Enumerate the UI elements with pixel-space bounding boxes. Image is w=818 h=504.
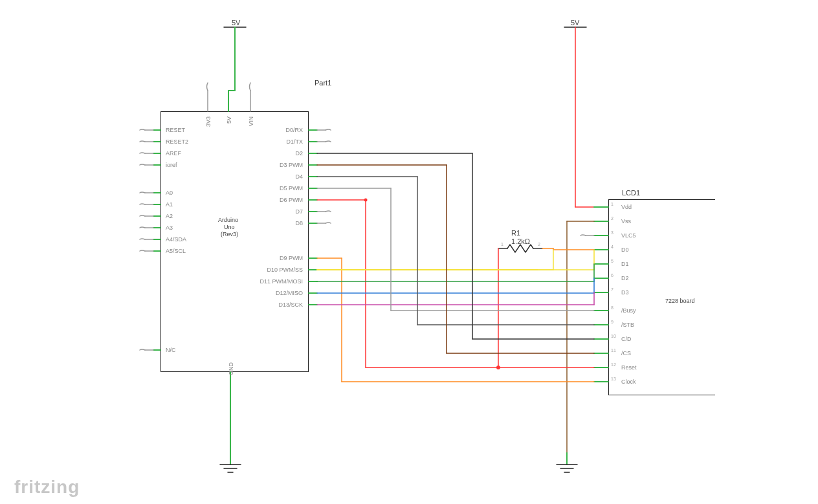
power-5v-right: 5V [571, 19, 579, 27]
lcd-pin-5-n: 5 [611, 259, 614, 263]
lcd-pin-1: Vdd [621, 204, 632, 210]
lcd-name: 7228 board [665, 298, 695, 304]
pin-a4: A4/SDA [166, 236, 186, 243]
pin-vin: VIN [248, 116, 254, 126]
lcd-pin-10: C/D [621, 336, 632, 342]
lcd-pin-3: VLC5 [621, 232, 636, 239]
pin-reset: RESET [166, 127, 185, 133]
pin-ioref: ioref [166, 162, 177, 168]
pin-d8: D8 [295, 220, 303, 226]
pin-d9: D9 PWM [280, 255, 303, 261]
lcd-pin-10-n: 10 [611, 334, 616, 338]
lcd-pin-4-n: 4 [611, 245, 614, 249]
resistor-pin-2: 2 [538, 242, 540, 247]
resistor-pin-1: 1 [501, 242, 503, 247]
svg-point-85 [496, 366, 500, 369]
resistor-value: 1.2kΩ [511, 237, 530, 245]
lcd-pin-4: D0 [621, 247, 629, 253]
pin-nc: N/C [166, 347, 176, 353]
pin-d10: D10 PWM/SS [267, 267, 303, 273]
lcd-pin-3-n: 3 [611, 230, 614, 235]
pin-gnd: GND [228, 362, 234, 375]
lcd-title: LCD1 [622, 189, 640, 197]
svg-point-86 [364, 199, 368, 202]
pin-a3: A3 [166, 225, 173, 231]
pin-aref: AREF [166, 150, 181, 157]
arduino-name-1: Arduino [218, 217, 238, 223]
pin-d11: D11 PWM/MOSI [260, 278, 303, 285]
lcd-pin-12-n: 12 [611, 362, 616, 367]
pin-d4: D4 [295, 173, 303, 180]
lcd-pin-8-n: 8 [611, 305, 614, 310]
schematic-canvas: Part1 Arduino Uno (Rev3) LCD1 7228 board… [0, 0, 818, 504]
arduino-name-2: Uno [224, 224, 235, 230]
arduino-name-3: (Rev3) [221, 231, 238, 237]
pin-d1: D1/TX [286, 138, 303, 145]
lcd-pin-11-n: 11 [611, 348, 616, 353]
pin-d5: D5 PWM [280, 185, 303, 192]
part1-title: Part1 [315, 79, 331, 87]
lcd-pin-9: /STB [621, 322, 634, 328]
lcd-pin-11: /CS [621, 350, 631, 356]
resistor-ref: R1 [511, 229, 520, 237]
lcd-pin-2-n: 2 [611, 216, 614, 221]
lcd-pin-2: Vss [621, 218, 631, 225]
pin-d13: D13/SCK [278, 301, 303, 308]
lcd-pin-1-n: 1 [611, 202, 614, 206]
lcd-pin-5: D1 [621, 261, 629, 267]
lcd-pin-9-n: 9 [611, 320, 614, 324]
pin-d3: D3 PWM [280, 162, 303, 168]
pin-d7: D7 [295, 208, 303, 215]
lcd-pin-13: Clock [621, 378, 636, 385]
lcd-pin-8: /Busy [621, 307, 636, 314]
lcd-pin-6: D2 [621, 275, 629, 281]
pin-d0: D0/RX [285, 127, 303, 133]
pin-d2: D2 [295, 150, 303, 157]
pin-a0: A0 [166, 190, 173, 196]
pin-a5: A5/SCL [166, 248, 186, 254]
power-5v-left: 5V [232, 19, 240, 27]
pin-3v3: 3V3 [205, 116, 212, 127]
lcd-pin-7-n: 7 [611, 287, 614, 292]
lcd-pin-6-n: 6 [611, 273, 614, 278]
pin-a2: A2 [166, 213, 173, 219]
pin-d6: D6 PWM [280, 197, 303, 203]
lcd-pin-12: Reset [621, 364, 637, 371]
pin-reset2: RESET2 [166, 138, 188, 145]
fritzing-logo: fritzing [14, 477, 80, 498]
pin-d12: D12/MISO [276, 290, 303, 296]
pin-a1: A1 [166, 201, 173, 208]
lcd-pin-13-n: 13 [611, 377, 616, 381]
pin-5v: 5V [226, 116, 232, 124]
lcd-pin-7: D3 [621, 289, 629, 296]
